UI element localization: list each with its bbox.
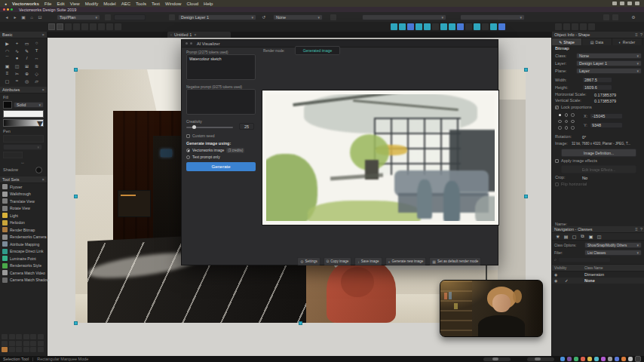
polyline-tool-icon[interactable]: ⌒	[2, 54, 12, 62]
tool-set-item-heliodon[interactable]: Heliodon	[0, 219, 47, 227]
anchor-dot[interactable]	[565, 120, 569, 124]
custom-seed-checkbox[interactable]	[186, 134, 190, 138]
height-field[interactable]: 1609.6	[582, 84, 612, 90]
palette-tool-icon[interactable]	[30, 341, 36, 346]
viewports-tab-icon[interactable]: ⧉	[579, 234, 586, 239]
tool-mode-icon[interactable]	[65, 23, 72, 30]
toolbar-icon[interactable]	[555, 23, 562, 30]
class-search-field[interactable]	[558, 257, 611, 262]
references-tab-icon[interactable]: ◫	[596, 234, 603, 239]
apply-image-effects-checkbox[interactable]	[555, 159, 559, 163]
plane-value-dropdown[interactable]: Layer▾	[576, 68, 642, 74]
layer-icon[interactable]	[169, 14, 175, 20]
dialog-minimize-icon[interactable]	[190, 42, 192, 44]
battery-icon[interactable]	[612, 2, 617, 5]
selection-handle-top-left[interactable]	[74, 68, 78, 72]
snap-toggle-icon[interactable]	[391, 23, 397, 30]
generate-new-image-button[interactable]: + Generate new image	[385, 257, 427, 265]
rectangle-tool-icon[interactable]: ▭	[22, 39, 32, 47]
forward-icon[interactable]: ▸	[12, 14, 18, 20]
palette-tool-icon[interactable]	[23, 347, 29, 352]
palette-tool-icon[interactable]	[2, 341, 8, 346]
dock-app-icon[interactable]	[601, 357, 606, 361]
classes-tab-icon[interactable]: ✳	[554, 234, 561, 239]
print-icon[interactable]: ⊡	[37, 14, 43, 20]
snap-toggle-icon[interactable]	[416, 23, 422, 30]
layer-dropdown[interactable]: Design Layer 1▾	[178, 14, 256, 20]
snap-toggle-icon[interactable]	[457, 23, 464, 30]
fill-background-swatch[interactable]: ▾	[3, 119, 44, 127]
palette-tool-icon[interactable]	[2, 334, 8, 339]
pen-style-field[interactable]	[3, 135, 44, 143]
tool-icon[interactable]: ⊞	[22, 62, 32, 69]
fill-color-swatch[interactable]	[3, 101, 12, 109]
tool-icon[interactable]: ▢	[2, 77, 12, 84]
x-coordinate-field[interactable]: -15045	[590, 113, 623, 119]
tool-icon[interactable]: ≡	[2, 69, 12, 77]
menu-item-window[interactable]: Window	[165, 2, 181, 6]
tool-mode-icon[interactable]	[73, 23, 80, 30]
menu-item-file[interactable]: File	[44, 2, 52, 6]
dock-app-icon[interactable]	[581, 357, 585, 361]
menu-item-model[interactable]: Model	[103, 2, 115, 6]
basic-palette-close-icon[interactable]: ×	[41, 32, 44, 37]
palette-tool-icon[interactable]	[30, 347, 36, 352]
snap-toggle-icon[interactable]	[424, 23, 431, 30]
toolbar-icon[interactable]	[588, 23, 595, 30]
tool-set-item-flyover[interactable]: Flyover	[0, 183, 47, 191]
dialog-close-icon[interactable]	[186, 42, 188, 44]
design-layers-tab-icon[interactable]: ▤	[563, 234, 569, 239]
negative-prompt-textarea[interactable]	[186, 89, 256, 115]
tool-set-item-enscape-link[interactable]: Enscape Direct Link	[0, 248, 47, 256]
snap-toggle-icon[interactable]	[490, 23, 497, 30]
dock-app-icon[interactable]	[587, 357, 592, 361]
class-value-dropdown[interactable]: None▾	[576, 53, 642, 59]
set-default-render-mode-button[interactable]: ▦ Set as default render mode	[429, 257, 481, 265]
creativity-value-field[interactable]: 25	[239, 123, 254, 130]
tool-mode-icon[interactable]	[57, 23, 63, 30]
tool-set-item-walkthrough[interactable]: Walkthrough	[0, 191, 47, 198]
locus-tool-icon[interactable]: ●	[12, 54, 22, 62]
wifi-icon[interactable]	[620, 2, 624, 5]
palette-tool-icon[interactable]	[2, 347, 8, 352]
settings-button[interactable]: ⚙ Settings	[297, 257, 320, 265]
drop-shadow-toggle[interactable]	[35, 167, 42, 173]
apple-menu-icon[interactable]: ●	[5, 2, 7, 6]
menu-item-text[interactable]: Text	[152, 2, 160, 6]
dock-app-icon[interactable]	[567, 357, 572, 361]
snap-toggle-icon[interactable]	[440, 23, 447, 30]
tool-mode-icon[interactable]	[98, 23, 105, 30]
basic-palette-header[interactable]: Basic ×	[0, 32, 47, 38]
viewport-dropdown[interactable]: ▾	[460, 14, 525, 20]
tool-icon[interactable]: ▱	[32, 77, 41, 84]
pan-slider[interactable]	[527, 357, 554, 361]
palette-tool-icon[interactable]	[9, 347, 15, 352]
tool-icon[interactable]: ≋	[32, 62, 41, 69]
back-icon[interactable]: ◂	[4, 14, 10, 20]
vectorworks-image-radio[interactable]	[186, 149, 190, 152]
anchor-dot[interactable]	[571, 126, 575, 130]
edit-image-effects-button[interactable]: Edit Image Effects...	[561, 165, 636, 173]
nav-help-icon[interactable]: ?	[640, 227, 642, 232]
tool-set-item-rotate-view[interactable]: Rotate View	[0, 205, 47, 213]
zoom-window-button[interactable]	[11, 8, 13, 11]
tool-icon[interactable]: ▣	[2, 62, 12, 69]
tool-set-item-renderworks-style[interactable]: Renderworks Style	[0, 262, 47, 270]
selection-handle-mid-right[interactable]	[524, 195, 528, 198]
tool-set-item-light[interactable]: Light	[0, 212, 47, 219]
snap-toggle-icon[interactable]	[465, 23, 472, 30]
marker-icon[interactable]: ↔	[3, 160, 42, 165]
tool-set-item-camera-match-shadow[interactable]: Camera Match Shadow	[0, 277, 47, 284]
line-tool-icon[interactable]: /	[22, 54, 32, 62]
snap-toggle-icon[interactable]	[432, 23, 439, 30]
snap-toggle-icon[interactable]	[407, 23, 414, 30]
dock-app-icon[interactable]	[594, 357, 599, 361]
menu-item-aec[interactable]: AEC	[121, 2, 130, 6]
anchor-dot[interactable]	[558, 126, 562, 130]
tool-set-item-attribute-mapping[interactable]: Attribute Mapping	[0, 241, 47, 248]
render-style-field[interactable]	[114, 14, 146, 20]
class-dropdown[interactable]: None▾	[273, 14, 323, 20]
tool-mode-icon[interactable]	[81, 23, 88, 30]
render-mode-icon[interactable]	[105, 14, 111, 20]
close-window-button[interactable]	[3, 8, 5, 11]
